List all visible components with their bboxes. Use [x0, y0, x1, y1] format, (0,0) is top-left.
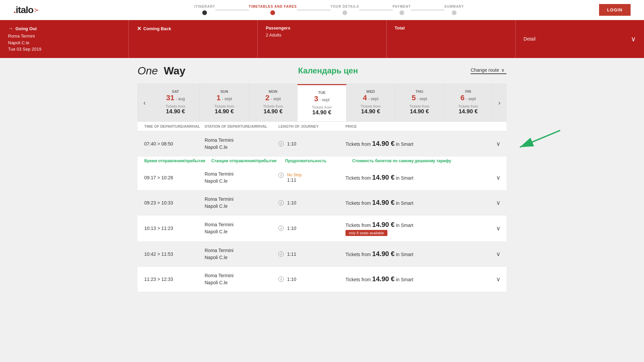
date-cell-4[interactable]: WED 4 - sept Tickets from 14.90 €	[346, 84, 395, 121]
date-day-0: SAT	[154, 89, 197, 94]
train-1-station: Roma Termini Napoli C.le	[205, 171, 278, 185]
title-row: One Way Календарь цен Change route ∨	[138, 65, 506, 77]
train-row-3[interactable]: 10:13 > 11:23 Roma Termini Napoli C.le i…	[138, 216, 506, 242]
date-cell-0[interactable]: SAT 31 - aug Tickets from 14.90 €	[151, 84, 200, 121]
step-dot-itinerary	[202, 10, 207, 15]
step-payment: PAYMENT	[393, 5, 411, 15]
going-out-to: Napoli C.le	[8, 40, 120, 46]
train-4-duration: i 1:11	[278, 251, 345, 257]
train-3-station: Roma Termini Napoli C.le	[205, 221, 278, 235]
col-header-price: PRICE	[345, 124, 506, 128]
train-3-expand-button[interactable]: ∨	[490, 225, 506, 232]
detail-chevron-icon: ∨	[631, 35, 636, 43]
date-from-label-2: Tickets from	[252, 104, 294, 108]
summary-coming-back[interactable]: ✕ Coming Back	[129, 20, 258, 58]
train-1-no-stop: No Stop	[287, 173, 302, 177]
train-row-4[interactable]: 10:42 > 11:53 Roma Termini Napoli C.le i…	[138, 242, 506, 267]
annotation-length: Продолжительность	[285, 159, 352, 163]
date-num-6: 6	[461, 94, 465, 102]
date-price-2: 14.90 €	[252, 108, 294, 115]
train-row-0[interactable]: 07:40 > 08:50 Roma Termini Napoli C.le i…	[138, 131, 506, 157]
date-from-label-3: Tickets from	[300, 105, 343, 109]
train-1-expand-button[interactable]: ∨	[490, 174, 506, 181]
train-5-station: Roma Termini Napoli C.le	[205, 272, 278, 286]
train-5-expand-button[interactable]: ∨	[490, 276, 506, 283]
passengers-value: 2 Adults	[266, 32, 378, 39]
date-from-label-4: Tickets from	[349, 104, 392, 108]
summary-going-out[interactable]: → Going Out Roma Termini Napoli C.le Tue…	[0, 20, 129, 58]
steps-container: ITINERARY TIMETABLES AND FARES YOUR DETA…	[59, 5, 599, 15]
step-dot-payment	[399, 10, 404, 15]
train-2-expand-button[interactable]: ∨	[490, 199, 506, 206]
info-icon-1: i	[278, 173, 284, 178]
going-out-detail: Roma Termini Napoli C.le Tue 03 Sep 2019	[8, 33, 120, 53]
total-title: Total	[395, 25, 405, 31]
train-row-1[interactable]: 09:17 > 10:28 Roma Termini Napoli C.le i…	[138, 165, 506, 190]
date-num-1: 1	[217, 94, 221, 102]
train-row-2[interactable]: 09:23 > 10:33 Roma Termini Napoli C.le i…	[138, 190, 506, 216]
date-day-3: TUE	[300, 90, 343, 95]
connector-4	[411, 10, 444, 10]
train-4-price: Tickets from 14.90 € in Smart	[345, 250, 490, 258]
date-cell-5[interactable]: THU 5 - sept Tickets from 14.90 €	[395, 84, 444, 121]
date-from-label-1: Tickets from	[203, 104, 246, 108]
info-icon-3: i	[278, 226, 284, 231]
change-route-button[interactable]: Change route ∨	[471, 67, 506, 74]
train-2-time: 09:23 > 10:33	[138, 200, 205, 205]
summary-detail[interactable]: Detail ∨	[516, 20, 644, 58]
date-cell-2[interactable]: MON 2 - sept Tickets from 14.90 €	[249, 84, 298, 121]
date-day-5: THU	[398, 89, 441, 94]
logo-text: .italo	[13, 5, 33, 15]
train-5-price: Tickets from 14.90 € in Smart	[345, 275, 490, 283]
date-day-1: SUN	[203, 89, 246, 94]
info-icon-0: i	[278, 141, 284, 146]
date-cell-1[interactable]: SUN 1 - sept Tickets from 14.90 €	[200, 84, 249, 121]
train-1-time: 09:17 > 10:28	[138, 175, 205, 180]
green-arrow-svg	[510, 127, 564, 154]
way-label: Way	[164, 65, 185, 77]
date-day-2: MON	[252, 89, 294, 94]
date-cell-3[interactable]: TUE 3 - sept Tickets from 14.90 €	[298, 84, 346, 121]
train-1-duration: i No Stop 1:11	[278, 173, 345, 183]
train-0-time: 07:40 > 08:50	[138, 141, 205, 146]
price-calendar-title: Календарь цен	[298, 66, 358, 75]
date-cell-6[interactable]: FRI 6 - sept Tickets from 14.90 €	[444, 84, 493, 121]
top-navigation: .italo ≻ ITINERARY TIMETABLES AND FARES …	[0, 0, 644, 20]
train-4-expand-button[interactable]: ∨	[490, 250, 506, 258]
summary-total[interactable]: Total	[387, 20, 516, 58]
train-0-station: Roma Termini Napoli C.le	[205, 137, 278, 151]
column-headers: TIME OF DEPARTURE/ARRIVAL STATION OF DEP…	[138, 122, 506, 131]
train-3-duration: i 1:10	[278, 226, 345, 231]
dates-prev-button[interactable]: ‹	[138, 84, 151, 121]
date-num-5: 5	[412, 94, 416, 102]
step-label-details: YOUR DETAILS	[330, 5, 359, 8]
date-price-0: 14.90 €	[154, 108, 197, 115]
date-num-2: 2	[265, 94, 269, 102]
train-0-expand-button[interactable]: ∨	[490, 140, 506, 147]
train-3-price: Tickets from 14.90 € in Smart only 8 sea…	[345, 221, 490, 236]
detail-title: Detail	[524, 36, 536, 42]
close-icon: ✕	[137, 25, 141, 32]
connector-2	[297, 10, 330, 10]
train-5-time: 11:23 > 12:33	[138, 277, 205, 282]
train-row-5[interactable]: 11:23 > 12:33 Roma Termini Napoli C.le i…	[138, 267, 506, 292]
step-details: YOUR DETAILS	[330, 5, 359, 15]
annotation-row: Время отправления/прибытия Станции отпра…	[138, 157, 506, 165]
logo-bird-icon: ≻	[34, 6, 39, 14]
going-out-title: Going Out	[15, 26, 37, 31]
train-2-duration: i 1:10	[278, 200, 345, 205]
summary-passengers[interactable]: Passengers 2 Adults	[258, 20, 386, 58]
one-label: One	[138, 65, 158, 77]
login-button[interactable]: LOGIN	[599, 4, 631, 16]
step-label-payment: PAYMENT	[393, 5, 411, 8]
col-header-station: STATION OF DEPARTURE/ARRIVAL	[205, 124, 278, 128]
date-month-4: - sept	[368, 97, 378, 101]
dates-next-button[interactable]: ›	[493, 84, 506, 121]
date-month-2: - sept	[271, 97, 281, 101]
step-label-timetables: TIMETABLES AND FARES	[249, 5, 297, 8]
annotation-station: Станции отправления/прибытия	[211, 159, 285, 163]
logo: .italo ≻	[13, 5, 39, 15]
connector-1	[215, 10, 249, 10]
dates-row: ‹ SAT 31 - aug Tickets from 14.90 € SUN …	[138, 84, 506, 122]
date-price-5: 14.90 €	[398, 108, 441, 115]
